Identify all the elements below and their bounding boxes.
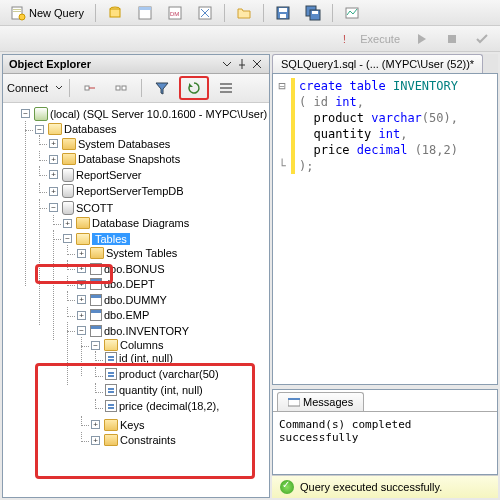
activity-button[interactable] bbox=[338, 2, 366, 24]
execute-button[interactable]: ! Execute bbox=[335, 28, 406, 50]
sql-editor[interactable]: ⊟create table INVENTORY ( id int, produc… bbox=[272, 73, 498, 385]
collapse-icon[interactable]: − bbox=[49, 203, 58, 212]
tables-node[interactable]: − Tables bbox=[63, 233, 130, 245]
stop-button[interactable] bbox=[438, 28, 466, 50]
db-diagrams-node[interactable]: + Database Diagrams bbox=[63, 217, 189, 229]
dropdown-icon[interactable] bbox=[55, 84, 63, 92]
run-button[interactable] bbox=[408, 28, 436, 50]
databases-node[interactable]: − Databases bbox=[35, 123, 117, 135]
table-icon bbox=[90, 263, 102, 275]
expand-icon[interactable]: + bbox=[77, 264, 86, 273]
system-tables-node[interactable]: + System Tables bbox=[77, 247, 177, 259]
fold-end-icon: └ bbox=[273, 158, 291, 174]
server-node[interactable]: − (local) (SQL Server 10.0.1600 - MYPC\U… bbox=[21, 107, 267, 121]
constraints-node[interactable]: + Constraints bbox=[91, 434, 176, 446]
svg-rect-1 bbox=[13, 9, 21, 10]
expand-icon[interactable]: + bbox=[77, 249, 86, 258]
folder-icon bbox=[104, 419, 118, 431]
toolbar-btn-2[interactable] bbox=[131, 2, 159, 24]
dept-table-node[interactable]: + dbo.DEPT bbox=[77, 278, 155, 290]
reportservertemp-node[interactable]: + ReportServerTempDB bbox=[49, 184, 184, 198]
bonus-table-node[interactable]: + dbo.BONUS bbox=[77, 263, 165, 275]
column-product-node[interactable]: product (varchar(50) bbox=[105, 368, 219, 380]
pin-icon[interactable] bbox=[236, 58, 248, 70]
inventory-table-node[interactable]: − dbo.INVENTORY bbox=[77, 325, 189, 337]
expand-icon[interactable]: + bbox=[49, 170, 58, 179]
ident: price bbox=[313, 143, 349, 157]
expand-icon[interactable]: + bbox=[77, 311, 86, 320]
toolbar-btn-1[interactable] bbox=[101, 2, 129, 24]
expand-icon[interactable]: + bbox=[77, 280, 86, 289]
svg-rect-2 bbox=[13, 11, 21, 12]
svg-rect-21 bbox=[116, 86, 120, 90]
separator bbox=[332, 4, 333, 22]
connect-button[interactable] bbox=[76, 77, 104, 99]
op: , bbox=[451, 111, 458, 125]
svg-text:!: ! bbox=[343, 34, 346, 45]
refresh-icon bbox=[186, 80, 202, 96]
expand-icon[interactable]: + bbox=[49, 139, 58, 148]
svg-rect-5 bbox=[110, 9, 120, 17]
plug-icon bbox=[82, 80, 98, 96]
connect-label[interactable]: Connect bbox=[7, 82, 48, 94]
kw: table bbox=[350, 79, 386, 93]
expand-icon[interactable]: + bbox=[63, 219, 72, 228]
filter-icon bbox=[154, 80, 170, 96]
emp-table-node[interactable]: + dbo.EMP bbox=[77, 309, 149, 321]
close-icon[interactable] bbox=[251, 58, 263, 70]
expand-icon[interactable]: + bbox=[49, 155, 58, 164]
db-engine-icon bbox=[107, 5, 123, 21]
expand-icon[interactable]: + bbox=[77, 295, 86, 304]
collapse-icon[interactable]: − bbox=[35, 125, 44, 134]
collapse-icon[interactable]: − bbox=[77, 326, 86, 335]
parse-button[interactable] bbox=[468, 28, 496, 50]
save-icon bbox=[275, 5, 291, 21]
expand-icon[interactable]: + bbox=[91, 436, 100, 445]
ident: INVENTORY bbox=[393, 79, 458, 93]
collapse-icon[interactable]: − bbox=[21, 109, 30, 118]
dropdown-icon[interactable] bbox=[221, 58, 233, 70]
svg-rect-22 bbox=[122, 86, 126, 90]
system-databases-node[interactable]: + System Databases bbox=[49, 138, 170, 150]
save-all-button[interactable] bbox=[299, 2, 327, 24]
folder-icon bbox=[76, 233, 90, 245]
column-quantity-node[interactable]: quantity (int, null) bbox=[105, 384, 203, 396]
dmx-icon: DM bbox=[167, 5, 183, 21]
expand-icon[interactable]: + bbox=[49, 187, 58, 196]
svg-rect-12 bbox=[279, 8, 287, 12]
columns-node[interactable]: − Columns bbox=[91, 339, 163, 351]
fold-icon[interactable]: ⊟ bbox=[273, 78, 291, 94]
collapse-icon[interactable]: − bbox=[91, 341, 100, 350]
status-bar: Query executed successfully. bbox=[272, 475, 498, 498]
disconnect-button[interactable] bbox=[107, 77, 135, 99]
expand-icon[interactable]: + bbox=[91, 420, 100, 429]
column-price-node[interactable]: price (decimal(18,2), bbox=[105, 400, 219, 412]
messages-body[interactable]: Command(s) completed successfully bbox=[273, 412, 497, 474]
save-button[interactable] bbox=[269, 2, 297, 24]
toolbar-btn-4[interactable] bbox=[191, 2, 219, 24]
column-id-node[interactable]: id (int, null) bbox=[105, 352, 173, 364]
kw: varchar bbox=[371, 111, 422, 125]
toolbar-btn-3[interactable]: DM bbox=[161, 2, 189, 24]
object-tree[interactable]: − (local) (SQL Server 10.0.1600 - MYPC\U… bbox=[3, 103, 269, 497]
dummy-table-node[interactable]: + dbo.DUMMY bbox=[77, 294, 167, 306]
reportserver-node[interactable]: + ReportServer bbox=[49, 168, 141, 182]
refresh-button[interactable] bbox=[179, 76, 209, 100]
collapse-icon[interactable]: − bbox=[63, 234, 72, 243]
database-snapshots-node[interactable]: + Database Snapshots bbox=[49, 153, 180, 165]
scott-db-node[interactable]: − SCOTT bbox=[49, 201, 113, 215]
new-query-button[interactable]: New Query bbox=[4, 2, 90, 24]
node-label: Columns bbox=[120, 339, 163, 351]
main-area: Object Explorer Connect − (local) (SQL S… bbox=[0, 52, 500, 500]
op: ( id bbox=[299, 95, 328, 109]
svg-rect-7 bbox=[139, 7, 151, 10]
messages-tab[interactable]: Messages bbox=[277, 392, 364, 411]
filter-button[interactable] bbox=[148, 77, 176, 99]
separator bbox=[263, 4, 264, 22]
keys-node[interactable]: + Keys bbox=[91, 419, 144, 431]
search-button[interactable] bbox=[212, 77, 240, 99]
svg-rect-16 bbox=[312, 11, 318, 14]
node-label: System Databases bbox=[78, 138, 170, 150]
editor-tab[interactable]: SQLQuery1.sql - (... (MYPC\User (52))* bbox=[272, 54, 483, 73]
open-button[interactable] bbox=[230, 2, 258, 24]
